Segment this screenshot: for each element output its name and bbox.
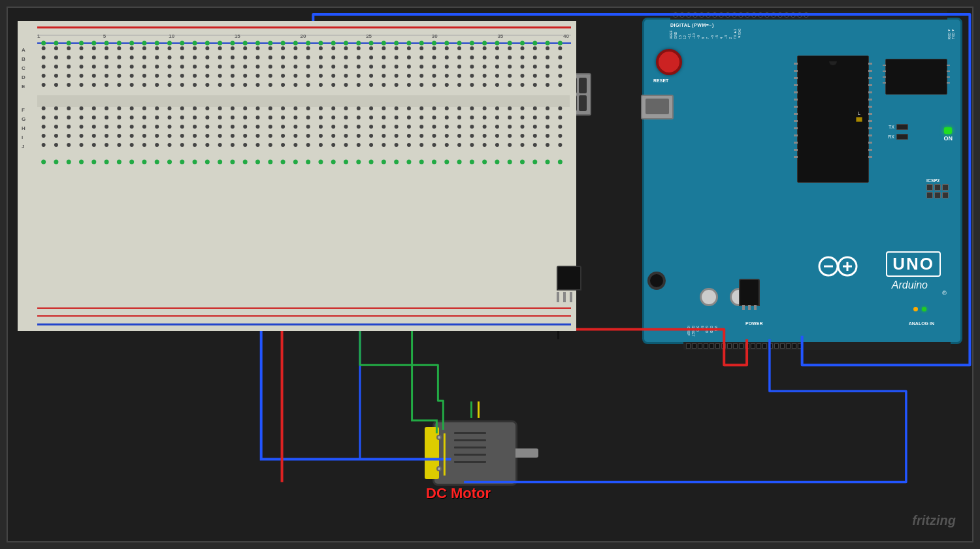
arduino-uno-text: UNO [886, 251, 941, 277]
potentiometer-label: 100K [217, 204, 248, 219]
breadboard-dots-svg: // Will be drawn via JS below [37, 47, 573, 302]
tx-led-row: TX [889, 124, 908, 130]
arduino-voltage-reg [739, 279, 760, 306]
icsp2-label: ICSP2 [555, 119, 570, 125]
diagram-area: 15101520253035 ABCDE FGHIJ [7, 7, 973, 542]
small-ic-chip [885, 59, 947, 95]
a0-led [922, 307, 926, 311]
potentiometer [230, 96, 266, 200]
breadboard: 15101520253035 ABCDE FGHIJ [18, 21, 576, 331]
power-label: POWER [745, 321, 762, 326]
transistor-body: N [329, 158, 342, 172]
rxd-label: RXD◄ [947, 29, 951, 40]
transistor-arduino-area [557, 266, 583, 302]
analog-orange-dot [913, 307, 918, 311]
bottom-pin-header [683, 342, 951, 350]
main-canvas: 15101520253035 ABCDE FGHIJ [0, 0, 980, 549]
transistor-pins [328, 174, 342, 190]
potentiometer-pins [237, 157, 260, 170]
motor-wire-connections [470, 401, 480, 418]
bb-connector-module [555, 73, 591, 116]
on-indicator: ON [944, 127, 953, 142]
aref-gnd-labels: AREF GND 13 12 ~11 ~10 ~9 8 7 ~6 ~5 4 ~3… [669, 29, 742, 39]
motor-body [433, 420, 517, 486]
dc-motor-label: DC Motor [426, 485, 491, 502]
arduino-trademark: ® [942, 290, 947, 296]
power-jack [647, 272, 666, 290]
transistor-2n2222: N [328, 158, 342, 190]
reset-label: RESET [653, 78, 668, 83]
capacitor-body [377, 161, 393, 176]
arduino-logo [817, 253, 859, 280]
arduino-board: DIGITAL (PWM=~) AREF GND 13 12 ~11 ~10 ~… [642, 18, 962, 344]
motor-yellow-connector [425, 427, 439, 479]
arduino-brand-text: Arduino [892, 279, 928, 291]
digital-pin-header [670, 10, 947, 20]
rx-led-row: RX [888, 134, 908, 140]
breadboard-row-letters: ABCDE FGHIJ [24, 48, 28, 177]
analog-in-label: ANALOG IN [909, 321, 934, 326]
capacitor-label: 0.1uF [370, 174, 404, 189]
l-led: L [856, 111, 862, 122]
fritzing-label: fritzing [912, 513, 956, 528]
motor-shaft [515, 448, 538, 458]
digital-label: DIGITAL (PWM=~) [670, 23, 908, 27]
txd-label: TXD◄ [951, 29, 955, 39]
usb-port [641, 95, 674, 119]
reset-button[interactable] [656, 49, 682, 75]
transistor-label: 2N2222 [308, 129, 359, 146]
potentiometer-body [232, 129, 265, 155]
dc-motor [433, 401, 517, 486]
bottom-pin-labels: IOREF RESET 3V3 5V GND GND VIN [687, 326, 718, 337]
potentiometer-knob [233, 96, 264, 127]
icsp-header: ICSP2 [926, 178, 949, 198]
